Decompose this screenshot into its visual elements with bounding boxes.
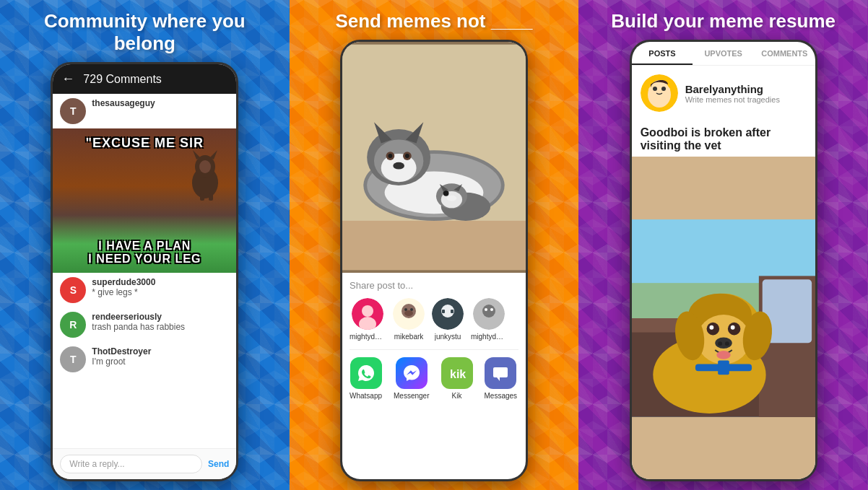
svg-marker-47 [497, 377, 500, 381]
phone-screen-3: POSTS UPVOTES COMMENTS [632, 42, 815, 479]
tab-comments[interactable]: COMMENTS [754, 42, 815, 65]
profile-bio: Write memes not tragedies [685, 95, 807, 104]
comment-body-1: thesausageguy [92, 98, 229, 108]
svg-rect-7 [342, 214, 526, 270]
phone-mockup-1: ← 729 Comments T thesausageguy [51, 62, 238, 481]
app-name-messenger: Messenger [394, 392, 429, 400]
panel-meme-resume: Build your meme resume POSTS UPVOTES COM… [578, 0, 868, 490]
svg-point-53 [648, 87, 653, 93]
post-title: Goodboi is broken after visiting the vet [632, 121, 815, 157]
husky-image-container [342, 42, 526, 273]
svg-rect-6 [209, 193, 213, 201]
golden-retriever-illustration [632, 217, 815, 419]
tab-upvotes[interactable]: UPVOTES [693, 42, 754, 65]
svg-point-54 [666, 87, 670, 93]
contact-item-1[interactable]: mightydante [350, 298, 386, 341]
contact-item-2[interactable]: mikebark [393, 298, 425, 341]
svg-rect-77 [718, 360, 729, 375]
svg-rect-39 [442, 310, 445, 313]
avatar-thesausageguy: T [60, 98, 86, 124]
svg-point-68 [709, 325, 713, 329]
app-name-kik: Kik [452, 392, 462, 400]
svg-point-42 [482, 305, 495, 318]
contact-avatar-3 [432, 298, 464, 330]
panel-1-content: Community where you belong ← 729 Comment… [0, 0, 290, 490]
contact-name-2: mikebark [394, 333, 424, 341]
svg-text:kik: kik [450, 368, 466, 380]
app-item-whatsapp[interactable]: Whatsapp [350, 357, 382, 400]
comment-item-4: T ThotDestroyer I'm groot [53, 342, 236, 377]
tab-posts[interactable]: POSTS [632, 42, 693, 65]
comment-item-1: T thesausageguy [53, 94, 236, 128]
contact-name-1: mightydante [350, 333, 386, 341]
username-1: thesausageguy [92, 98, 229, 108]
husky-dog-illustration [342, 42, 526, 273]
share-title: Share post to... [350, 280, 518, 291]
app-name-messages: Messages [485, 392, 518, 400]
share-apps: Whatsapp Messenger [350, 357, 518, 400]
avatar-placeholder-1: T [60, 98, 86, 124]
profile-tabs: POSTS UPVOTES COMMENTS [632, 42, 815, 66]
panel-send-memes: Send memes not ____ [290, 0, 579, 490]
panel-community: Community where you belong ← 729 Comment… [0, 0, 290, 490]
contact-name-4: mightydante [471, 333, 507, 341]
phone-mockup-2: Share post to... mightydante [340, 40, 528, 481]
panel-2-title: Send memes not ____ [321, 0, 547, 40]
contact-avatar-1 [352, 298, 383, 330]
phone-mockup-3: POSTS UPVOTES COMMENTS [630, 40, 817, 481]
contact-avatar-2 [393, 298, 425, 330]
comments-header: ← 729 Comments [53, 64, 236, 94]
comment-body-3: rendeerseriously trash panda has rabbies [92, 312, 229, 332]
panel-3-content: Build your meme resume POSTS UPVOTES COM… [578, 0, 868, 490]
svg-point-44 [490, 308, 493, 311]
back-arrow-icon[interactable]: ← [61, 71, 74, 87]
reply-input[interactable]: Write a reply... [60, 455, 202, 473]
avatar-placeholder-4: T [60, 346, 86, 372]
username-2: superdude3000 [92, 277, 229, 287]
whatsapp-icon [350, 357, 382, 389]
svg-point-16 [389, 154, 393, 158]
contact-item-3[interactable]: junkystu [432, 298, 464, 341]
comment-item-3: R rendeerseriously trash panda has rabbi… [53, 307, 236, 342]
phone-screen-1: ← 729 Comments T thesausageguy [53, 64, 236, 479]
svg-point-19 [393, 162, 404, 170]
user-avatar-illustration [641, 74, 678, 112]
messenger-icon [396, 357, 428, 389]
app-name-whatsapp: Whatsapp [350, 392, 382, 400]
svg-point-72 [725, 341, 729, 346]
app-item-kik[interactable]: kik Kik [441, 357, 473, 400]
panel-2-content: Send memes not ____ [290, 0, 579, 490]
username-4: ThotDestroyer [92, 346, 229, 356]
share-divider [350, 349, 518, 350]
svg-point-30 [362, 305, 373, 317]
profile-name: Barelyanything [685, 83, 807, 95]
contact-avatar-4 [473, 298, 505, 330]
kik-icon: kik [441, 357, 473, 389]
comments-count-title: 729 Comments [83, 73, 162, 86]
post-image [632, 157, 815, 479]
share-contacts: mightydante mikebark [350, 298, 518, 341]
svg-point-51 [653, 87, 657, 91]
svg-point-25 [443, 191, 449, 196]
svg-point-18 [405, 154, 409, 158]
app-item-messages[interactable]: Messages [485, 357, 518, 400]
comment-text-2: * give legs * [92, 287, 229, 297]
comment-text-3: trash panda has rabbies [92, 322, 229, 332]
svg-rect-5 [200, 193, 204, 201]
comment-item-2: S superdude3000 * give legs * [53, 273, 236, 307]
svg-point-36 [404, 310, 413, 316]
svg-point-43 [485, 308, 487, 311]
phone-screen-2: Share post to... mightydante [342, 42, 526, 479]
svg-point-71 [718, 341, 722, 346]
meme-bottom-text: I HAVE A PLAN I NEED YOUR LEG [60, 240, 229, 266]
contact-item-4[interactable]: mightydante [471, 298, 507, 341]
avatar-placeholder-3: R [60, 312, 86, 338]
send-button[interactable]: Send [208, 459, 229, 469]
app-item-messenger[interactable]: Messenger [394, 357, 429, 400]
profile-avatar [641, 74, 678, 112]
contact-name-3: junkystu [435, 333, 461, 341]
svg-point-4 [199, 160, 211, 173]
svg-rect-40 [451, 310, 453, 313]
svg-point-52 [661, 87, 666, 91]
avatar-thot: T [60, 346, 86, 372]
